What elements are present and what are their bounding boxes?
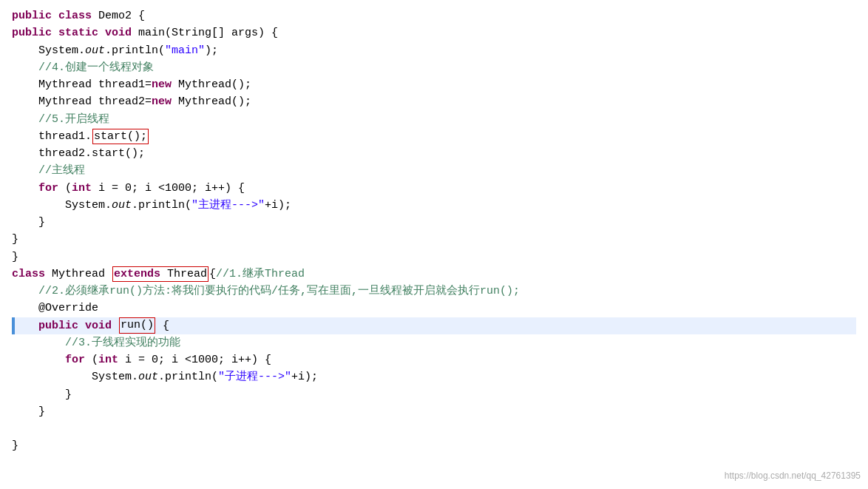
code-line-24: } — [12, 403, 856, 420]
string-main-arrow: "主进程--->" — [191, 197, 265, 214]
code-line-21: for (int i = 0; i <1000; i++) { — [12, 351, 856, 368]
code-line-4: //4.创建一个线程对象 — [12, 59, 856, 76]
keyword-class2: class — [12, 266, 45, 283]
boxed-run: run() — [119, 317, 155, 334]
code-line-16: class Mythread extends Thread{//1.继承Thre… — [12, 266, 856, 283]
method-out2: out — [112, 197, 132, 214]
code-line-10: //主线程 — [12, 162, 856, 179]
code-line-19: public void run() { — [12, 317, 856, 334]
code-line-17: //2.必须继承run()方法:将我们要执行的代码/任务,写在里面,一旦线程被开… — [12, 283, 856, 300]
code-line-15: } — [12, 249, 856, 266]
code-line-14: } — [12, 231, 856, 248]
keyword-for2: for — [65, 351, 85, 368]
code-line-9: thread2.start(); — [12, 145, 856, 162]
keyword-void2: void — [85, 317, 112, 334]
code-line-25 — [12, 420, 856, 437]
string-main: "main" — [165, 42, 205, 59]
boxed-start1: start(); — [92, 129, 149, 145]
code-line-6: Mythread thread2=new Mythread(); — [12, 93, 856, 110]
comment-override-run: //2.必须继承run()方法:将我们要执行的代码/任务,写在里面,一旦线程被开… — [12, 283, 520, 300]
code-line-20: //3.子线程实现的功能 — [12, 334, 856, 351]
keyword-public: public — [12, 7, 52, 24]
keyword-void: void — [105, 24, 132, 41]
code-line-2: public static void main(String[] args) { — [12, 24, 856, 41]
code-line-11: for (int i = 0; i <1000; i++) { — [12, 180, 856, 197]
boxed-extends-thread: extends Thread — [112, 266, 208, 283]
keyword-new1: new — [152, 76, 172, 93]
code-line-18: @Override — [12, 300, 856, 317]
code-line-7: //5.开启线程 — [12, 111, 856, 128]
string-sub-arrow: "子进程--->" — [218, 368, 291, 385]
keyword-extends: extends — [114, 268, 160, 280]
comment-main-thread: //主线程 — [12, 162, 85, 179]
keyword-int1: int — [72, 180, 92, 197]
code-line-23: } — [12, 386, 856, 403]
keyword-public3: public — [38, 317, 78, 334]
keyword-public2: public — [12, 24, 52, 41]
keyword-static: static — [58, 24, 98, 41]
code-line-22: System.out.println("子进程--->"+i); — [12, 368, 856, 385]
code-line-5: Mythread thread1=new Mythread(); — [12, 76, 856, 93]
keyword-int2: int — [98, 351, 118, 368]
comment-sub-thread-func: //3.子线程实现的功能 — [12, 334, 180, 351]
line-marker — [12, 317, 15, 334]
code-editor: public class Demo2 { public static void … — [0, 0, 868, 489]
comment-create-thread: //4.创建一个线程对象 — [12, 59, 154, 76]
code-line-1: public class Demo2 { — [12, 7, 856, 24]
comment-start-thread: //5.开启线程 — [12, 111, 109, 128]
keyword-new2: new — [152, 93, 172, 110]
comment-extend-thread: //1.继承Thread — [216, 266, 305, 283]
method-out: out — [85, 42, 105, 59]
code-line-3: System.out.println("main"); — [12, 42, 856, 59]
watermark: https://blog.csdn.net/qq_42761395 — [725, 469, 861, 483]
keyword-for1: for — [38, 180, 58, 197]
keyword-class: class — [58, 7, 92, 24]
code-line-8: thread1.start(); — [12, 128, 856, 145]
method-out3: out — [138, 368, 158, 385]
code-line-26: } — [12, 437, 856, 454]
code-line-12: System.out.println("主进程--->"+i); — [12, 197, 856, 214]
code-line-13: } — [12, 214, 856, 231]
